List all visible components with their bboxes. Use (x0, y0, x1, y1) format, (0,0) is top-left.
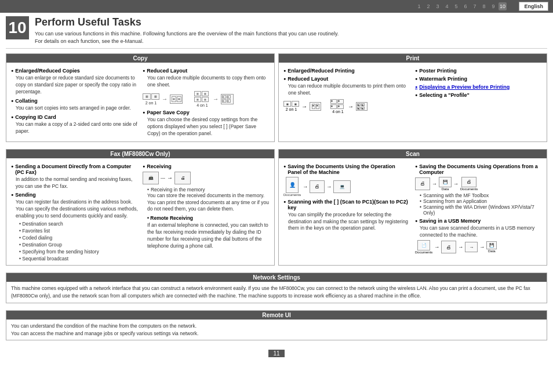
print-content: Enlarged/Reduced Printing Reduced Layout… (279, 63, 547, 119)
copy-4on1-p2: ▦ (202, 91, 209, 96)
network-content: This machine comes equipped with a netwo… (6, 282, 547, 303)
copy-papersave-title: Paper Save Copy (143, 110, 270, 115)
copy-reduced-text: You can reduce multiple documents to cop… (147, 75, 270, 89)
fax-list-2: Coded dialing (19, 235, 138, 242)
fax-remote-text: If an external telephone is connected, y… (147, 222, 270, 250)
scan-usb-text: You can save scanned documents in a USB … (420, 225, 542, 239)
fax-list-4: Specifying from the sending history (19, 249, 138, 256)
intro-line1: You can use various functions in this ma… (35, 30, 339, 38)
copy-diagram: ▦ ▦ 2 on 1 → ▦ ▦ (143, 91, 270, 107)
scan-mf-toolbox: Scanning with the MF Toolbox (420, 193, 542, 198)
fax-col2: Receiving 📠 --- → 🖨 Receiving in the mem… (143, 161, 270, 263)
copy-diagram-page1: ▦ (143, 93, 151, 100)
scan-content: Saving the Documents Using the Operation… (279, 158, 547, 259)
usb-docs-label: Documents (415, 251, 432, 254)
fax-sending-text: You can register fax destinations in the… (16, 199, 138, 220)
scan-col1: Saving the Documents Using the Operation… (283, 161, 410, 256)
copy-4on1-p1: ▦ (194, 91, 201, 96)
scan-documents-label2: Documents (460, 187, 478, 191)
fax-sending-pc-text: In addition to the normal sending and re… (16, 176, 138, 190)
remoteui-section: Remote UI You can understand the conditi… (6, 310, 547, 341)
page-num-7[interactable]: 7 (471, 2, 479, 10)
print-watermark-title: Watermark Printing (415, 76, 542, 82)
copy-2on1-label: 2 on 1 (145, 101, 157, 105)
print-4on1-label: 4 on 1 (332, 110, 343, 114)
fax-receiving-sub1: Receiving in the memory (147, 187, 270, 193)
copy-header: Copy (6, 54, 274, 63)
copy-col1: Enlarged/Reduced Copies You can enlarge … (11, 66, 138, 138)
copy-diagram-page2: ▦ (151, 93, 159, 100)
scan-header: Scan (279, 150, 547, 158)
print-reduced-text: You can reduce multiple documents to pri… (288, 83, 410, 97)
fax-diagram: 📠 --- → 🖨 (143, 172, 270, 184)
language-badge: English (519, 2, 548, 11)
page-num-5[interactable]: 5 (452, 2, 460, 10)
page-num-3[interactable]: 3 (434, 2, 442, 10)
intro-line2: For details on each function, see the e-… (35, 38, 339, 45)
copy-col2: Reduced Layout You can reduce multiple d… (143, 66, 270, 138)
title-text: Perform Useful Tasks You can use various… (35, 16, 339, 45)
print-arrow1: → (301, 103, 307, 110)
page-num-4[interactable]: 4 (443, 2, 451, 10)
print-col1: Enlarged/Reduced Printing Reduced Layout… (283, 66, 410, 116)
fax-receiving-title: Receiving (143, 164, 270, 169)
fax-list-5: Sequential broadcast (19, 256, 138, 263)
usb-data-label: Data (488, 249, 496, 253)
remoteui-content: You can understand the condition of the … (6, 320, 547, 340)
scan-key-text: You can simplify the procedure for selec… (288, 212, 410, 233)
content-grid: Copy Enlarged/Reduced Copies You can enl… (6, 53, 547, 344)
fax-list-3: Destination Group (19, 242, 138, 249)
page-num-10[interactable]: 10 (499, 2, 507, 10)
fax-receiving-sub1-text: You can store the received documents in … (147, 193, 270, 213)
network-section: Network Settings This machine comes equi… (6, 273, 547, 303)
print-enlarged-title: Enlarged/Reduced Printing (283, 68, 410, 74)
fax-content: Sending a Document Directly from a Compu… (6, 158, 274, 266)
print-reduced-title: Reduced Layout (283, 76, 410, 82)
scan-usb-title: Saving in a USB Memory (415, 218, 542, 224)
fax-sending-pc-title: Sending a Document Directly from a Compu… (11, 164, 138, 175)
page-num-1[interactable]: 1 (415, 2, 423, 10)
print-2on1-label: 2 on 1 (286, 107, 297, 111)
scan-diagram: 👤 Documents → 🖨 → 💻 (283, 177, 410, 197)
copy-enlarged-text: You can enlarge or reduce standard size … (16, 75, 138, 96)
fax-col1: Sending a Document Directly from a Compu… (11, 161, 138, 263)
scan-saving-comp-title: Saving the Documents Using Operations fr… (415, 164, 542, 175)
print-section: Print Enlarged/Reduced Printing Reduced … (278, 53, 547, 141)
scan-documents-label: Documents (283, 193, 301, 197)
fax-sending-title: Sending (11, 192, 138, 198)
copy-content: Enlarged/Reduced Copies You can enlarge … (6, 63, 274, 141)
print-header: Print (279, 54, 547, 63)
scan-saving-panel-title: Saving the Documents Using the Operation… (283, 164, 410, 175)
scan-section: Scan Saving the Documents Using the Oper… (278, 149, 547, 266)
network-header: Network Settings (6, 273, 547, 282)
fax-header: Fax (MF8080Cw Only) (6, 150, 274, 158)
copy-id-text: You can make a copy of a 2-sided card on… (16, 121, 138, 135)
page-num-2[interactable]: 2 (424, 2, 432, 10)
page-num-6[interactable]: 6 (461, 2, 470, 10)
fax-list-1: Favorites list (19, 228, 138, 235)
fax-sending-list: Destination search Favorites list Coded … (19, 221, 138, 262)
copy-collating-text: You can sort copies into sets arranged i… (16, 105, 138, 112)
chapter-number: 10 (6, 16, 29, 39)
remoteui-line2: You can access the machine and manage jo… (11, 330, 542, 337)
remoteui-line1: You can understand the condition of the … (11, 322, 542, 330)
copy-id-title: Copying ID Card (11, 114, 138, 120)
page-num-8[interactable]: 8 (480, 2, 488, 10)
scan-data-label: Data (442, 187, 449, 191)
copy-4on1-result: ▦ ▦ ▦ ▦ (221, 94, 234, 104)
page-num-9[interactable]: 9 (489, 2, 497, 10)
copy-arrow2: → (213, 96, 219, 102)
footer: 11 (0, 347, 553, 360)
print-arrow2: → (348, 103, 354, 110)
fax-remote-section: • Remote Receiving If an external teleph… (147, 215, 270, 250)
title-section: 10 Perform Useful Tasks You can use vari… (6, 16, 547, 49)
usb-diagram: 📄 Documents → 🖨 → → → 💾 Data (415, 240, 542, 254)
copy-4on1-label: 4 on 1 (197, 103, 208, 107)
copy-4on1-p3: ▦ (194, 97, 201, 102)
fax-list-0: Destination search (19, 221, 138, 228)
print-poster-title: Poster Printing (415, 68, 542, 74)
print-col2: Poster Printing Watermark Printing Displ… (415, 66, 542, 116)
scan-key-title: Scanning with the [ ] (Scan to PC1)(Scan… (283, 199, 410, 210)
copy-2on1-result: ▦ ▦ (170, 95, 183, 104)
top-bar: 1 2 3 4 5 6 7 8 9 10 English (0, 0, 553, 13)
